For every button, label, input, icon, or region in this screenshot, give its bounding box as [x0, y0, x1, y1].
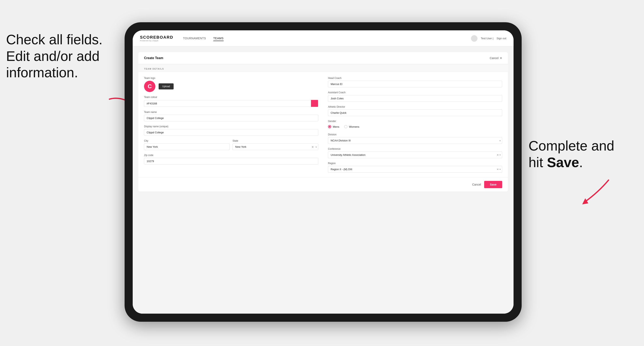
header-cancel[interactable]: Cancel ✕ [490, 56, 502, 60]
team-colour-field: Team colour [144, 96, 318, 107]
gender-mens-radio[interactable]: Mens [328, 125, 339, 128]
navbar: SCOREBOARD Powered by clippd TOURNAMENTS… [133, 30, 514, 46]
nav-teams[interactable]: TEAMS [213, 36, 224, 41]
instruction-right: Complete and hit Save. [528, 138, 638, 171]
header-cancel-label: Cancel [490, 56, 498, 60]
team-colour-label: Team colour [144, 96, 318, 99]
team-name-field: Team name [144, 111, 318, 121]
colour-field-wrapper [144, 100, 318, 107]
region-field: Region Region II - (M) DIII ✕ ▾ [328, 162, 502, 173]
state-label: State [232, 139, 318, 142]
nav-links: TOURNAMENTS TEAMS [183, 36, 471, 41]
tablet-screen: SCOREBOARD Powered by clippd TOURNAMENTS… [133, 30, 514, 314]
athletic-director-label: Athletic Director [328, 105, 502, 108]
conference-field: Conference University Athletic Associati… [328, 148, 502, 158]
user-name: Test User | [481, 37, 493, 40]
form-header: Create Team Cancel ✕ [138, 52, 508, 64]
region-dropdown-wrapper: Region II - (M) DIII ✕ ▾ [328, 166, 502, 173]
zip-input[interactable] [144, 158, 318, 165]
athletic-director-field: Athletic Director [328, 105, 502, 116]
colour-input[interactable] [144, 100, 311, 107]
instruction-line1: Check all fields. [6, 32, 102, 47]
city-field: City [144, 139, 230, 150]
form-right: Head Coach Assistant Coach Athletic Dire… [328, 77, 502, 173]
head-coach-label: Head Coach [328, 77, 502, 80]
region-select[interactable]: Region II - (M) DIII [328, 166, 502, 173]
section-label: TEAM DETAILS [138, 64, 508, 72]
display-name-field: Display name (unique) [144, 125, 318, 136]
instruction-line3: information. [6, 65, 78, 80]
instruction-left: Check all fields. Edit and/or add inform… [6, 31, 124, 81]
mens-radio-circle [328, 125, 331, 128]
state-clear-icon[interactable]: ✕ [312, 145, 314, 148]
app-logo: SCOREBOARD [140, 35, 173, 40]
division-select[interactable]: NCAA Division III [328, 137, 502, 144]
mens-label: Mens [333, 125, 339, 128]
conference-select[interactable]: University Athletic Association [328, 152, 502, 158]
womens-radio-circle [344, 125, 348, 128]
app-logo-sub: Powered by clippd [140, 40, 173, 42]
region-label: Region [328, 162, 502, 165]
division-label: Division [328, 133, 502, 136]
form-title: Create Team [144, 56, 163, 60]
cancel-button[interactable]: Cancel [472, 183, 481, 186]
form-footer: Cancel Save [138, 177, 508, 191]
head-coach-input[interactable] [328, 81, 502, 87]
team-logo-field: Team logo C Upload [144, 77, 318, 92]
assistant-coach-field: Assistant Coach [328, 91, 502, 102]
athletic-director-input[interactable] [328, 109, 502, 116]
team-name-input[interactable] [144, 115, 318, 121]
head-coach-field: Head Coach [328, 77, 502, 87]
logo-upload-area: C Upload [144, 81, 318, 92]
upload-button[interactable]: Upload [158, 83, 174, 89]
region-clear-icon[interactable]: ✕ [497, 168, 499, 171]
gender-radio-group: Mens Womens [328, 124, 502, 130]
svg-marker-1 [582, 198, 588, 204]
display-name-input[interactable] [144, 129, 318, 136]
zip-code-field: Zip code [144, 154, 318, 165]
instruction-line2: Edit and/or add [6, 48, 100, 64]
sign-out-link[interactable]: Sign out [496, 37, 506, 40]
instruction-right-punct: . [579, 155, 583, 170]
division-field: Division NCAA Division III ▾ [328, 133, 502, 144]
conference-clear-icon[interactable]: ✕ [497, 154, 499, 157]
save-button[interactable]: Save [484, 181, 502, 188]
gender-womens-radio[interactable]: Womens [344, 125, 360, 128]
team-name-label: Team name [144, 111, 318, 114]
form-left: Team logo C Upload Team colour [144, 77, 318, 173]
city-label: City [144, 139, 230, 142]
assistant-coach-label: Assistant Coach [328, 91, 502, 94]
nav-tournaments[interactable]: TOURNAMENTS [183, 36, 206, 41]
conference-label: Conference [328, 148, 502, 150]
city-state-row: City State New York ✕ ▾ [144, 139, 318, 150]
nav-right: Test User | Sign out [471, 35, 506, 42]
form-body: Team logo C Upload Team colour [138, 72, 508, 177]
close-icon: ✕ [500, 56, 502, 60]
tablet-frame: SCOREBOARD Powered by clippd TOURNAMENTS… [124, 22, 522, 322]
zip-label: Zip code [144, 154, 318, 157]
instruction-right-bold: Save [547, 155, 579, 170]
gender-field: Gender Mens Womens [328, 120, 502, 130]
display-name-label: Display name (unique) [144, 125, 318, 128]
city-input[interactable] [144, 144, 230, 150]
team-logo-label: Team logo [144, 77, 318, 80]
conference-dropdown-wrapper: University Athletic Association ✕ ▾ [328, 152, 502, 158]
womens-label: Womens [349, 125, 360, 128]
division-dropdown-wrapper: NCAA Division III ▾ [328, 137, 502, 144]
state-select[interactable]: New York [232, 144, 318, 150]
instruction-right-line2: hit [528, 155, 547, 170]
gender-label: Gender [328, 120, 502, 123]
state-field: State New York ✕ ▾ [232, 139, 318, 150]
content-area: Create Team Cancel ✕ TEAM DETAILS Team l… [133, 46, 514, 314]
logo-preview: C [144, 81, 156, 92]
form-container: Create Team Cancel ✕ TEAM DETAILS Team l… [138, 52, 508, 191]
colour-swatch[interactable] [311, 100, 318, 107]
assistant-coach-input[interactable] [328, 95, 502, 102]
instruction-right-line1: Complete and [528, 138, 614, 153]
arrow-right-icon [568, 176, 612, 206]
logo-area: SCOREBOARD Powered by clippd [140, 35, 173, 42]
state-select-wrapper: New York ✕ ▾ [232, 144, 318, 150]
avatar [471, 35, 478, 42]
